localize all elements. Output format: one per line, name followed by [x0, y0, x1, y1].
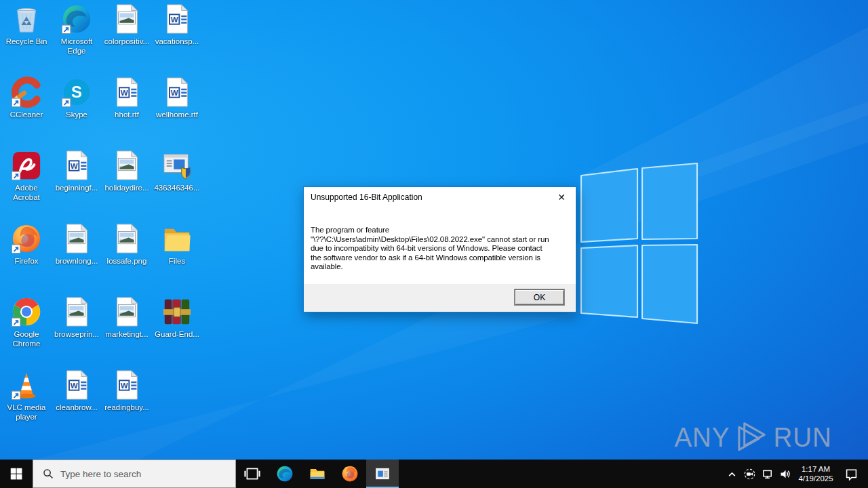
desktop-icon-beginningf[interactable]: W beginningf...	[52, 149, 102, 222]
anyrun-watermark: ANY RUN	[674, 420, 831, 454]
watermark-any-text: ANY	[674, 424, 730, 451]
desktop-icon-recycle-bin[interactable]: Recycle Bin	[1, 3, 52, 76]
acrobat-icon	[11, 150, 42, 181]
network-icon	[762, 468, 773, 480]
desktop-icon-firefox[interactable]: Firefox	[1, 222, 52, 296]
desktop-icon-label: Skype	[66, 110, 87, 119]
taskbar-app-window-dialog[interactable]	[366, 460, 399, 488]
desktop-icon-label: holidaydire...	[104, 183, 149, 192]
desktop-icon-label: browseprin...	[54, 329, 99, 339]
svg-text:W: W	[71, 382, 78, 390]
tray-icons	[723, 460, 793, 488]
recycle-bin-icon	[11, 3, 42, 35]
desktop-icon-adobe-acrobat[interactable]: Adobe Acrobat	[1, 149, 52, 222]
edge-icon	[276, 465, 294, 483]
tray-chevron-up-button[interactable]	[723, 460, 741, 488]
desktop-icon-ccleaner[interactable]: CCleaner	[1, 76, 52, 149]
installer-icon	[161, 150, 193, 181]
chevron-up-icon	[726, 468, 738, 480]
tray-meet-now-button[interactable]	[741, 460, 758, 488]
desktop-icon-label: brownlong...	[56, 256, 98, 266]
dialog-footer: OK	[304, 284, 576, 312]
taskbar-app-firefox[interactable]	[334, 460, 366, 488]
taskbar-app-task-view[interactable]	[236, 460, 269, 488]
desktop-icon-brownlong[interactable]: brownlong...	[52, 222, 102, 296]
volume-icon	[779, 468, 791, 480]
vlc-icon	[11, 369, 42, 401]
dialog-titlebar[interactable]: Unsupported 16-Bit Application ✕	[304, 187, 576, 207]
dialog-message: The program or feature "\??\C:\Users\adm…	[304, 207, 576, 272]
meet-now-icon	[744, 468, 755, 480]
tray-network-button[interactable]	[758, 460, 776, 488]
taskbar-app-file-explorer[interactable]	[301, 460, 334, 488]
desktop-icon-cleanbrow[interactable]: W cleanbrow...	[52, 369, 102, 442]
desktop-icon-label: hhot.rtf	[115, 110, 139, 119]
desktop-icon-wellhome-rtf[interactable]: W wellhome.rtf	[152, 76, 202, 149]
desktop-icon-label: Guard-End...	[155, 329, 199, 339]
firefox-icon	[341, 465, 359, 483]
search-input[interactable]: Type here to search	[33, 460, 236, 488]
winrar-icon	[161, 296, 193, 327]
taskbar-apps	[236, 460, 399, 488]
action-center-button[interactable]	[838, 460, 864, 488]
desktop-icon-guard-end[interactable]: Guard-End...	[152, 296, 202, 369]
desktop-icon-vlc-media-player[interactable]: VLC media player	[1, 369, 52, 442]
edge-icon	[61, 3, 92, 35]
image-file-icon	[111, 296, 142, 327]
image-file-icon	[61, 296, 92, 327]
taskbar: Type here to search 1:17 AM 4/19/2025	[0, 460, 868, 488]
tray-volume-button[interactable]	[776, 460, 793, 488]
desktop-icon-vacationsp[interactable]: W vacationsp...	[152, 3, 202, 76]
svg-text:W: W	[171, 89, 178, 97]
task-view-icon	[243, 465, 261, 483]
desktop-icon-label: readingbuy...	[104, 403, 149, 412]
windows-start-icon	[9, 466, 24, 481]
desktop-icon-microsoft-edge[interactable]: Microsoft Edge	[52, 3, 102, 76]
desktop-icon-files[interactable]: Files	[152, 222, 202, 296]
word-file-icon: W	[61, 150, 92, 181]
desktop-icon-hhot-rtf[interactable]: W hhot.rtf	[102, 76, 152, 149]
svg-text:S: S	[71, 83, 82, 101]
image-file-icon	[111, 3, 142, 35]
word-file-icon: W	[161, 77, 193, 108]
desktop-icon-label: colorpositiv...	[104, 37, 149, 46]
svg-text:W: W	[171, 16, 178, 24]
search-placeholder: Type here to search	[60, 469, 141, 479]
desktop-icon-label: Firefox	[14, 256, 38, 266]
image-file-icon	[61, 223, 92, 254]
desktop-icon-label: CCleaner	[10, 110, 43, 119]
desktop-icon-holidaydire[interactable]: holidaydire...	[102, 149, 152, 222]
desktop-icon-lossafe-png[interactable]: lossafe.png	[102, 222, 152, 296]
taskbar-clock[interactable]: 1:17 AM 4/19/2025	[793, 464, 838, 483]
watermark-run-text: RUN	[773, 424, 831, 451]
word-file-icon: W	[111, 77, 142, 108]
desktop-icon-label: Recycle Bin	[6, 37, 47, 46]
desktop-icon-skype[interactable]: S Skype	[52, 76, 102, 149]
desktop-icon-label: marketingt...	[105, 329, 148, 339]
desktop-icon-readingbuy[interactable]: W readingbuy...	[102, 369, 152, 442]
action-center-icon	[845, 468, 858, 481]
desktop-icon-436346346[interactable]: 436346346...	[152, 149, 202, 222]
ccleaner-icon	[11, 77, 42, 108]
svg-text:W: W	[121, 89, 128, 97]
desktop-icon-google-chrome[interactable]: Google Chrome	[1, 296, 52, 369]
clock-time: 1:17 AM	[795, 464, 836, 474]
desktop-icon-label: Microsoft Edge	[52, 37, 102, 56]
chrome-icon	[11, 296, 42, 327]
desktop-icon-label: beginningf...	[56, 183, 98, 192]
word-file-icon: W	[111, 369, 142, 401]
desktop-icon-label: Adobe Acrobat	[1, 183, 52, 202]
desktop-icon-marketingt[interactable]: marketingt...	[102, 296, 152, 369]
close-icon[interactable]: ✕	[547, 187, 576, 207]
ok-button[interactable]: OK	[515, 289, 564, 305]
desktop-icon-colorpositiv[interactable]: colorpositiv...	[102, 3, 152, 76]
desktop-icon-label: Google Chrome	[1, 329, 52, 348]
image-file-icon	[111, 223, 142, 254]
firefox-icon	[11, 223, 42, 254]
window-dialog-icon	[374, 465, 391, 483]
desktop-icon-label: lossafe.png	[107, 256, 147, 266]
start-button[interactable]	[0, 460, 33, 488]
desktop-icon-browseprin[interactable]: browseprin...	[52, 296, 102, 369]
windows-desktop-screen: Recycle Bin Microsoft Edge colorpositiv.…	[0, 0, 868, 488]
taskbar-app-edge[interactable]	[269, 460, 301, 488]
